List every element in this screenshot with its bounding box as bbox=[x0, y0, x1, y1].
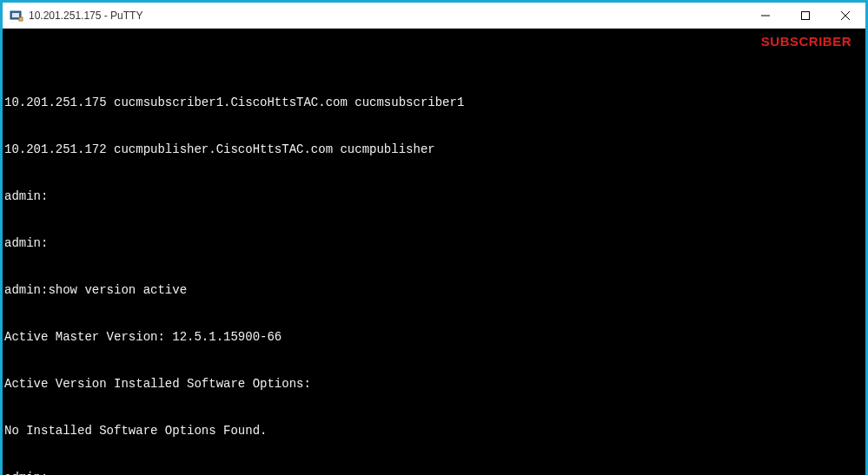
term-line: Active Version Installed Software Option… bbox=[4, 376, 864, 392]
svg-rect-1 bbox=[12, 13, 19, 17]
subscriber-label: SUBSCRIBER bbox=[761, 34, 851, 49]
titlebar[interactable]: 10.201.251.175 - PuTTY bbox=[3, 3, 865, 29]
putty-icon bbox=[10, 9, 23, 23]
svg-rect-2 bbox=[19, 17, 23, 21]
svg-rect-4 bbox=[802, 11, 810, 19]
term-line: admin:show version active bbox=[4, 282, 864, 298]
term-line: admin: bbox=[4, 188, 864, 204]
term-line: admin: bbox=[4, 235, 864, 251]
term-line: Active Master Version: 12.5.1.15900-66 bbox=[4, 329, 864, 345]
maximize-button[interactable] bbox=[785, 3, 825, 29]
term-line: 10.201.251.175 cucmsubscriber1.CiscoHtts… bbox=[4, 95, 864, 110]
term-line: 10.201.251.172 cucmpublisher.CiscoHttsTA… bbox=[4, 142, 864, 157]
terminal-area[interactable]: SUBSCRIBER 10.201.251.175 cucmsubscriber… bbox=[3, 29, 865, 475]
titlebar-left: 10.201.251.175 - PuTTY bbox=[3, 9, 142, 23]
window-controls bbox=[745, 3, 865, 29]
minimize-button[interactable] bbox=[745, 3, 785, 29]
term-line: No Installed Software Options Found. bbox=[4, 423, 864, 439]
putty-window: 10.201.251.175 - PuTTY SUBSCRIBER 10.201… bbox=[0, 0, 868, 475]
close-button[interactable] bbox=[825, 3, 865, 29]
term-line: admin: bbox=[4, 470, 864, 475]
window-title: 10.201.251.175 - PuTTY bbox=[29, 10, 142, 22]
